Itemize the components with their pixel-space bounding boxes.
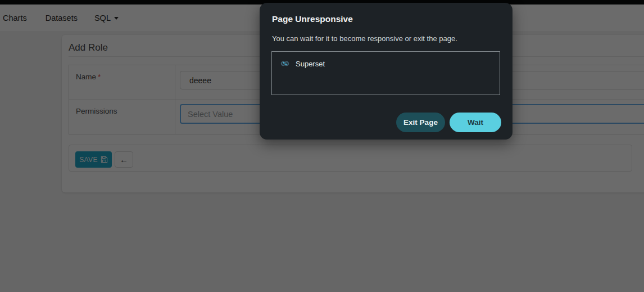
list-item-superset[interactable]: Superset xyxy=(272,52,500,75)
wait-button[interactable]: Wait xyxy=(450,113,501,132)
superset-logo-icon xyxy=(280,59,289,68)
dialog-buttons: Exit Page Wait xyxy=(396,113,501,132)
exit-page-button[interactable]: Exit Page xyxy=(396,113,445,132)
unresponsive-pages-list: Superset xyxy=(271,51,500,95)
dialog-title: Page Unresponsive xyxy=(272,14,353,24)
page-unresponsive-dialog: Page Unresponsive You can wait for it to… xyxy=(260,3,513,140)
list-item-label: Superset xyxy=(296,60,325,68)
dialog-body-text: You can wait for it to become responsive… xyxy=(272,34,457,43)
screen: Charts Datasets SQL Add Role Name* Permi… xyxy=(0,0,644,292)
